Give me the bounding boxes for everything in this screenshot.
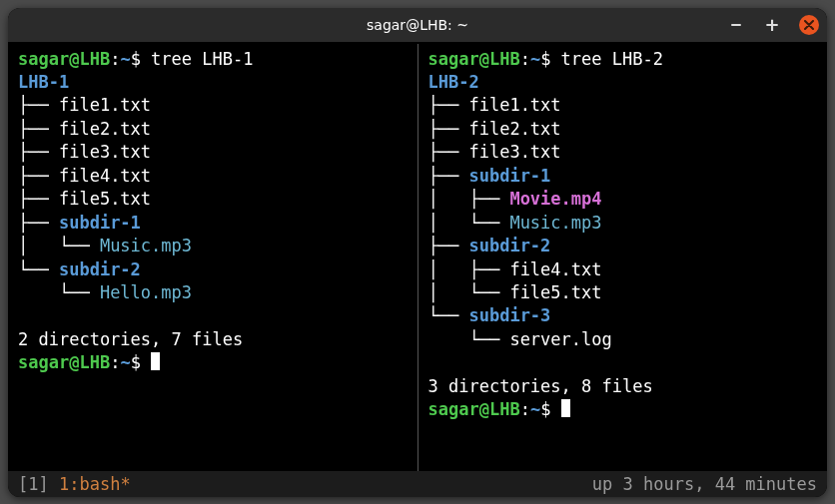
tree-prefix: ├── bbox=[18, 213, 59, 233]
tree-line: └── server.log bbox=[428, 328, 822, 351]
tree-line: ├── file5.txt bbox=[18, 188, 412, 211]
tree-line: └── Hello.mp3 bbox=[18, 281, 412, 304]
tree-line: ├── file2.txt bbox=[18, 118, 412, 141]
minimize-button[interactable] bbox=[727, 16, 745, 34]
tree-prefix: ├── bbox=[18, 119, 59, 139]
prompt-user-host: sagar@LHB bbox=[18, 352, 110, 372]
tree-prefix: ├── bbox=[428, 95, 469, 115]
prompt-path: ~ bbox=[120, 49, 130, 69]
tree-line: │ └── file5.txt bbox=[428, 281, 822, 304]
tree-entry: file1.txt bbox=[468, 95, 560, 115]
tree-entry: file3.txt bbox=[468, 142, 560, 162]
prompt-path: ~ bbox=[120, 352, 130, 372]
tree-line: └── subdir-3 bbox=[428, 304, 822, 327]
tree-line: ├── file1.txt bbox=[428, 94, 822, 117]
tree-root: LHB-1 bbox=[18, 71, 412, 94]
tree-summary: 2 directories, 7 files bbox=[18, 328, 412, 351]
prompt-sigil: $ bbox=[540, 399, 560, 419]
tree-prefix: │ └── bbox=[18, 236, 100, 255]
prompt-line[interactable]: sagar@LHB:~$ bbox=[428, 398, 822, 421]
tmux-pane-right[interactable]: sagar@LHB:~$ tree LHB-2LHB-2├── file1.tx… bbox=[418, 44, 828, 471]
tree-entry: file1.txt bbox=[59, 95, 151, 115]
tree-prefix: │ ├── bbox=[428, 259, 510, 279]
terminal-window: sagar@LHB: ~ sagar@LHB:~$ tree LHB-1LHB-… bbox=[8, 8, 827, 497]
tree-line: ├── file3.txt bbox=[428, 141, 822, 164]
tree-line: ├── subdir-2 bbox=[428, 235, 822, 257]
prompt-sigil: $ bbox=[131, 352, 151, 372]
titlebar: sagar@LHB: ~ bbox=[8, 8, 827, 42]
tree-entry: subdir-2 bbox=[59, 259, 141, 279]
tree-prefix: ├── bbox=[18, 166, 59, 186]
tree-prefix: ├── bbox=[428, 236, 469, 255]
tree-entry: subdir-1 bbox=[59, 213, 141, 233]
terminal-body[interactable]: sagar@LHB:~$ tree LHB-1LHB-1├── file1.tx… bbox=[8, 42, 827, 471]
window-controls bbox=[727, 8, 819, 42]
status-session-index: 1 bbox=[28, 474, 38, 494]
status-bracket-close: ] bbox=[39, 474, 59, 494]
tree-prefix: └── bbox=[18, 259, 59, 279]
tree-prefix: │ └── bbox=[428, 213, 510, 233]
prompt-sep: : bbox=[110, 49, 120, 69]
tree-line: ├── file2.txt bbox=[428, 118, 822, 141]
tree-entry: Hello.mp3 bbox=[100, 282, 192, 302]
status-bracket-open: [ bbox=[18, 474, 28, 494]
tree-entry: file5.txt bbox=[509, 282, 601, 302]
prompt-sep: : bbox=[520, 399, 530, 419]
tree-prefix: ├── bbox=[428, 119, 469, 139]
prompt-path: ~ bbox=[530, 49, 540, 69]
tree-prefix: ├── bbox=[18, 189, 59, 209]
prompt-sep: : bbox=[520, 49, 530, 69]
tree-line: ├── subdir-1 bbox=[428, 165, 822, 188]
command-text: tree LHB-1 bbox=[151, 49, 253, 69]
blank-line bbox=[428, 351, 822, 374]
status-right: up 3 hours, 44 minutes bbox=[592, 474, 817, 494]
prompt-user-host: sagar@LHB bbox=[18, 49, 110, 69]
tree-prefix: ├── bbox=[18, 142, 59, 162]
tree-line: ├── file1.txt bbox=[18, 94, 412, 117]
tree-entry: file5.txt bbox=[59, 189, 151, 209]
tree-entry: subdir-3 bbox=[468, 305, 550, 325]
tmux-statusbar: [1] 1:bash* up 3 hours, 44 minutes bbox=[8, 471, 827, 497]
tree-line: ├── subdir-1 bbox=[18, 212, 412, 235]
tree-prefix: │ ├── bbox=[428, 189, 510, 209]
prompt-user-host: sagar@LHB bbox=[428, 49, 520, 69]
tree-entry: file2.txt bbox=[59, 119, 151, 139]
tree-line: │ ├── file4.txt bbox=[428, 258, 822, 281]
tree-entry: file3.txt bbox=[59, 142, 151, 162]
tree-prefix: │ └── bbox=[428, 282, 510, 302]
prompt-sep: : bbox=[110, 352, 120, 372]
tree-prefix: ├── bbox=[18, 95, 59, 115]
tree-prefix: └── bbox=[18, 282, 100, 302]
tmux-pane-left[interactable]: sagar@LHB:~$ tree LHB-1LHB-1├── file1.tx… bbox=[8, 44, 418, 471]
tree-line: ├── file4.txt bbox=[18, 165, 412, 188]
tree-root: LHB-2 bbox=[428, 71, 822, 94]
prompt-path: ~ bbox=[530, 399, 540, 419]
maximize-button[interactable] bbox=[763, 16, 781, 34]
tree-entry: subdir-1 bbox=[468, 166, 550, 186]
tree-prefix: ├── bbox=[428, 166, 469, 186]
tree-entry: Movie.mp4 bbox=[509, 189, 601, 209]
command-text: tree LHB-2 bbox=[561, 49, 663, 69]
tree-entry: file2.txt bbox=[468, 119, 560, 139]
command-line: sagar@LHB:~$ tree LHB-2 bbox=[428, 48, 822, 71]
status-left: [1] 1:bash* bbox=[18, 474, 131, 494]
cursor bbox=[561, 399, 570, 417]
tree-entry: file4.txt bbox=[509, 259, 601, 279]
command-line: sagar@LHB:~$ tree LHB-1 bbox=[18, 48, 412, 71]
tree-entry: Music.mp3 bbox=[100, 236, 192, 255]
tree-entry: server.log bbox=[509, 329, 611, 349]
tree-line: ├── file3.txt bbox=[18, 141, 412, 164]
tree-line: │ └── Music.mp3 bbox=[428, 212, 822, 235]
close-button[interactable] bbox=[799, 15, 819, 35]
tree-entry: Music.mp3 bbox=[509, 213, 601, 233]
status-active-window: 1:bash* bbox=[59, 474, 131, 494]
tree-prefix: ├── bbox=[428, 142, 469, 162]
tree-entry: subdir-2 bbox=[468, 236, 550, 255]
prompt-line[interactable]: sagar@LHB:~$ bbox=[18, 351, 412, 374]
tree-line: │ └── Music.mp3 bbox=[18, 235, 412, 257]
tree-entry: file4.txt bbox=[59, 166, 151, 186]
tree-summary: 3 directories, 8 files bbox=[428, 375, 822, 398]
blank-line bbox=[18, 304, 412, 327]
prompt-user-host: sagar@LHB bbox=[428, 399, 520, 419]
tree-line: │ ├── Movie.mp4 bbox=[428, 188, 822, 211]
